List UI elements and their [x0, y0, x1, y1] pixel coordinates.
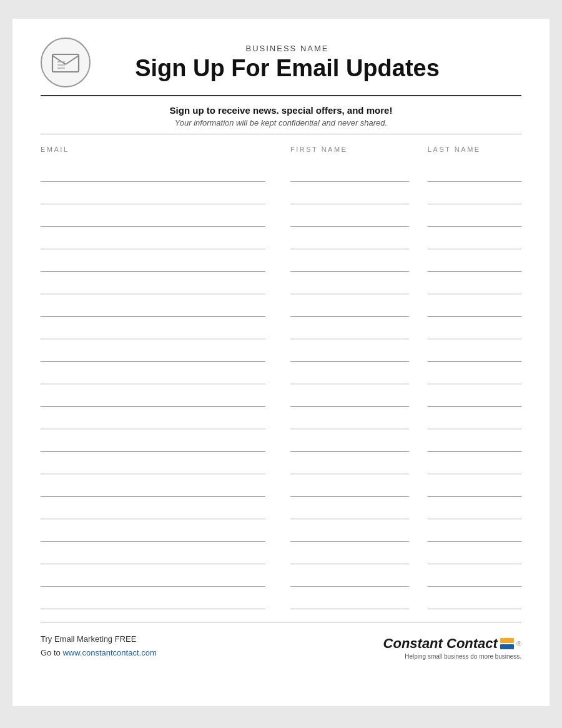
lastname-field[interactable]: [428, 592, 521, 609]
firstname-field[interactable]: [290, 389, 409, 407]
firstname-field[interactable]: [290, 322, 409, 339]
lastname-field[interactable]: [428, 547, 521, 564]
table-row[interactable]: [41, 564, 521, 587]
firstname-field[interactable]: [290, 164, 409, 182]
firstname-field[interactable]: [290, 277, 409, 294]
firstname-field[interactable]: [290, 187, 409, 204]
lastname-field[interactable]: [428, 367, 521, 384]
email-field[interactable]: [41, 457, 265, 474]
lastname-field[interactable]: [428, 209, 521, 227]
footer-link[interactable]: www.constantcontact.com: [62, 648, 156, 657]
firstname-field[interactable]: [290, 434, 409, 452]
table-row[interactable]: [41, 407, 521, 429]
table-row[interactable]: [41, 272, 521, 294]
email-field[interactable]: [41, 367, 265, 384]
footer-right: Constant Contact ® Helping small busines…: [383, 636, 521, 660]
firstname-field[interactable]: [290, 592, 409, 609]
firstname-column-header: FIRST NAME: [290, 146, 409, 157]
header: BUSINESS NAME Sign Up For Email Updates: [41, 37, 521, 96]
lastname-field[interactable]: [428, 502, 521, 519]
email-field[interactable]: [41, 209, 265, 227]
email-field[interactable]: [41, 569, 265, 587]
email-field[interactable]: [41, 164, 265, 182]
email-field[interactable]: [41, 187, 265, 204]
svg-rect-0: [52, 54, 79, 72]
footer-left: Try Email Marketing FREE Go to www.const…: [41, 632, 157, 660]
table-row[interactable]: [41, 182, 521, 204]
footer: Try Email Marketing FREE Go to www.const…: [41, 622, 521, 660]
table-row[interactable]: [41, 159, 521, 182]
lastname-field[interactable]: [428, 389, 521, 407]
table-row[interactable]: [41, 519, 521, 542]
table-row[interactable]: [41, 362, 521, 384]
lastname-field[interactable]: [428, 232, 521, 249]
lastname-field[interactable]: [428, 479, 521, 497]
firstname-field[interactable]: [290, 569, 409, 587]
footer-line2: Go to www.constantcontact.com: [41, 646, 157, 660]
cc-tagline: Helping small business do more business.: [405, 653, 521, 660]
table-row[interactable]: [41, 497, 521, 519]
firstname-field[interactable]: [290, 547, 409, 564]
lastname-field[interactable]: [428, 277, 521, 294]
firstname-field[interactable]: [290, 457, 409, 474]
lastname-field[interactable]: [428, 299, 521, 317]
footer-go-to: Go to: [41, 648, 62, 657]
email-field[interactable]: [41, 254, 265, 272]
email-field[interactable]: [41, 524, 265, 542]
firstname-field[interactable]: [290, 367, 409, 384]
email-field[interactable]: [41, 299, 265, 317]
lastname-field[interactable]: [428, 569, 521, 587]
cc-logo-icon: [500, 638, 514, 649]
lastname-field[interactable]: [428, 322, 521, 339]
page: BUSINESS NAME Sign Up For Email Updates …: [12, 19, 550, 706]
lastname-field[interactable]: [428, 457, 521, 474]
lastname-field[interactable]: [428, 434, 521, 452]
email-field[interactable]: [41, 592, 265, 609]
email-field[interactable]: [41, 502, 265, 519]
lastname-column-header: LAST NAME: [428, 146, 521, 157]
lastname-field[interactable]: [428, 524, 521, 542]
lastname-field[interactable]: [428, 254, 521, 272]
table-row[interactable]: [41, 384, 521, 407]
firstname-field[interactable]: [290, 232, 409, 249]
cc-bar-bottom: [500, 644, 514, 649]
table-row[interactable]: [41, 474, 521, 497]
email-field[interactable]: [41, 322, 265, 339]
subheader-main-text: Sign up to receive news. special offers,…: [41, 105, 521, 116]
firstname-field[interactable]: [290, 412, 409, 429]
subheader: Sign up to receive news. special offers,…: [41, 96, 521, 134]
firstname-field[interactable]: [290, 254, 409, 272]
firstname-field[interactable]: [290, 344, 409, 362]
firstname-field[interactable]: [290, 479, 409, 497]
email-field[interactable]: [41, 434, 265, 452]
table-row[interactable]: [41, 542, 521, 564]
email-field[interactable]: [41, 547, 265, 564]
email-field[interactable]: [41, 479, 265, 497]
table-row[interactable]: [41, 587, 521, 609]
table-row[interactable]: [41, 249, 521, 272]
header-text: BUSINESS NAME Sign Up For Email Updates: [103, 44, 521, 82]
email-field[interactable]: [41, 344, 265, 362]
cc-bar-top: [500, 638, 514, 643]
email-field[interactable]: [41, 389, 265, 407]
firstname-field[interactable]: [290, 524, 409, 542]
table-row[interactable]: [41, 452, 521, 474]
subheader-sub-text: Your information will be kept confidenti…: [41, 118, 521, 127]
cc-logo-text: Constant Contact: [383, 636, 498, 652]
table-row[interactable]: [41, 317, 521, 339]
lastname-field[interactable]: [428, 344, 521, 362]
firstname-field[interactable]: [290, 299, 409, 317]
lastname-field[interactable]: [428, 164, 521, 182]
table-row[interactable]: [41, 339, 521, 362]
lastname-field[interactable]: [428, 412, 521, 429]
lastname-field[interactable]: [428, 187, 521, 204]
firstname-field[interactable]: [290, 209, 409, 227]
table-row[interactable]: [41, 227, 521, 249]
email-field[interactable]: [41, 412, 265, 429]
email-field[interactable]: [41, 232, 265, 249]
table-row[interactable]: [41, 429, 521, 452]
firstname-field[interactable]: [290, 502, 409, 519]
table-row[interactable]: [41, 204, 521, 227]
table-row[interactable]: [41, 294, 521, 317]
email-field[interactable]: [41, 277, 265, 294]
